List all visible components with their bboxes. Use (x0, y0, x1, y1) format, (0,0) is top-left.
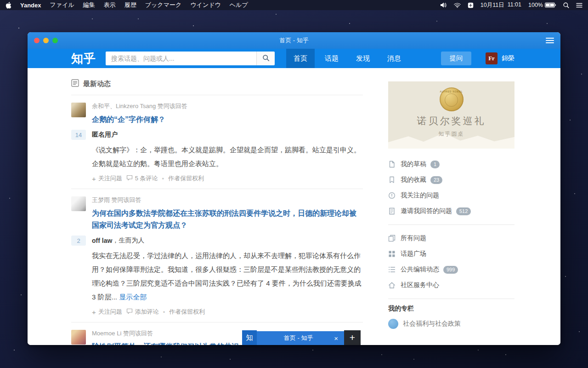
sidebar-item-topic-square[interactable]: 话题广场 (388, 246, 514, 262)
tab-favicon[interactable]: 知 (242, 330, 257, 345)
wifi-icon[interactable] (454, 3, 461, 8)
nav-home[interactable]: 首页 (286, 49, 315, 68)
menubar-menu-history[interactable]: 履歴 (124, 1, 136, 9)
all-questions-icon (388, 235, 396, 242)
menubar-menu-view[interactable]: 表示 (104, 1, 116, 9)
site-header: 知乎 首页 话题 发现 消息 提问 Fr 錦榮 (28, 49, 560, 68)
dot-separator: • (163, 309, 165, 316)
search-box (106, 52, 275, 65)
menubar-menu-window[interactable]: ウインドウ (190, 1, 221, 9)
nav-topics[interactable]: 话题 (317, 49, 346, 68)
menubar-date: 10月11日 (481, 1, 504, 9)
sidebar-item-public-edits[interactable]: 公共编辑动态 999 (388, 262, 514, 277)
feed-item: 余和平、Linkzero Tsang 赞同该回答 企鹅的“企”字作何解？ 14 … (71, 95, 363, 189)
answer-author[interactable]: 匿名用户 (92, 131, 118, 139)
sidebar-divider (388, 299, 514, 299)
upvoter-avatar[interactable] (71, 330, 86, 345)
menubar-clock[interactable]: 10月11日 11:01 (481, 1, 521, 9)
comment-icon (126, 308, 133, 316)
search-icon (262, 54, 270, 63)
author-rights-link[interactable]: 作者保留权利 (169, 308, 205, 316)
window-titlebar[interactable]: 首页 - 知乎 (28, 32, 560, 49)
menubar-app-name[interactable]: Yandex (20, 2, 41, 9)
battery-status[interactable]: 100% (528, 2, 556, 8)
menubar-time: 11:01 (508, 1, 521, 9)
avatar[interactable]: Fr (486, 52, 498, 64)
menubar: Yandex ファイル 編集 表示 履歴 ブックマーク ウインドウ ヘルプ 10… (0, 0, 588, 10)
answer-author[interactable]: off law (92, 237, 112, 244)
vote-count-badge[interactable]: 2 (71, 236, 86, 246)
sidebar-menu-personal: 我的草稿 1 我的收藏 23 我关注的问题 邀请我回答的问题 512 (388, 156, 514, 219)
notification-center-icon[interactable] (576, 3, 582, 8)
feed-item-meta: 余和平、Linkzero Tsang 赞同该回答 (92, 102, 363, 110)
new-tab-button[interactable]: + (344, 330, 361, 345)
close-button[interactable] (34, 38, 40, 43)
dot-separator: • (162, 175, 164, 182)
count-badge: 512 (456, 207, 471, 215)
search-input[interactable] (106, 52, 256, 65)
browser-menu-icon[interactable] (546, 38, 554, 43)
sidebar-item-followed-questions[interactable]: 我关注的问题 (388, 188, 514, 203)
column-avatar (388, 319, 398, 329)
sidebar-item-collections[interactable]: 我的收藏 23 (388, 172, 514, 188)
medal-text: ALFRED NOBEL (440, 90, 464, 93)
question-link[interactable]: 企鹅的“企”字作何解？ (92, 114, 363, 126)
menubar-menu-edit[interactable]: 編集 (83, 1, 95, 9)
answer-excerpt: 我实在无法忍受，学过法律的人，运用法律的人，却从来不去理解，犯罪论体系有什么作用… (92, 249, 363, 304)
browser-window: 首页 - 知乎 知乎 首页 话题 发现 消息 提问 Fr 錦榮 最新动态 (28, 32, 560, 345)
window-title: 首页 - 知乎 (28, 36, 560, 45)
tab-bar: 知 首页 - 知乎 × + (242, 330, 361, 345)
menubar-menu-file[interactable]: ファイル (50, 1, 74, 9)
follow-question-button[interactable]: +关注问题 (92, 308, 122, 316)
comments-button[interactable]: 5 条评论 (126, 174, 158, 183)
answer-author-bio: ，生而为人 (112, 236, 144, 245)
sidebar-item-invited-questions[interactable]: 邀请我回答的问题 512 (388, 203, 514, 219)
feed-item: 王梦雨 赞同该回答 为何在国内多数法学院都还在主张苏联的刑法四要件学说之时，日德… (71, 189, 363, 322)
menubar-menu-help[interactable]: ヘルプ (230, 1, 248, 9)
nav-messages[interactable]: 消息 (380, 49, 408, 68)
sidebar-item-all-questions[interactable]: 所有问题 (388, 230, 514, 246)
question-link[interactable]: 为何在国内多数法学院都还在主张苏联的刑法四要件学说之时，日德的新理论却被国家司法… (92, 207, 363, 231)
nobel-medal-icon: ALFRED NOBEL (440, 87, 464, 111)
count-badge: 23 (430, 176, 442, 184)
invite-icon (388, 207, 396, 215)
banner-title: 诺贝尔奖巡礼 (388, 115, 514, 127)
minimize-button[interactable] (43, 38, 49, 43)
sidebar-menu-community: 所有问题 话题广场 公共编辑动态 999 社区服务中心 (388, 230, 514, 293)
tab-title: 首页 - 知乎 (265, 334, 332, 342)
input-menu-icon[interactable] (468, 2, 474, 8)
author-rights-link[interactable]: 作者保留权利 (168, 174, 204, 183)
user-menu[interactable]: Fr 錦榮 (486, 52, 514, 64)
home-icon (388, 282, 396, 289)
upvoter-avatar[interactable] (71, 103, 86, 117)
show-all-link[interactable]: 显示全部 (119, 293, 147, 301)
zhihu-logo[interactable]: 知乎 (71, 51, 96, 67)
battery-percent: 100% (528, 2, 543, 8)
count-badge: 1 (430, 161, 440, 168)
ask-question-button[interactable]: 提问 (441, 52, 471, 65)
follow-question-button[interactable]: +关注问题 (92, 174, 122, 183)
spotlight-icon[interactable] (563, 2, 569, 8)
vote-count-badge[interactable]: 14 (71, 130, 86, 140)
volume-icon[interactable] (440, 2, 447, 8)
feed-section-title: 最新动态 (83, 80, 111, 88)
search-button[interactable] (256, 52, 275, 65)
add-comment-button[interactable]: 添加评论 (126, 308, 159, 316)
column-item[interactable]: 社会福利与社会政策 (388, 319, 514, 329)
upvoter-avatar[interactable] (71, 196, 86, 211)
tab-close-icon[interactable]: × (332, 334, 340, 342)
zoom-button[interactable] (52, 38, 58, 43)
nav-discover[interactable]: 发现 (349, 49, 377, 68)
followed-question-icon (388, 192, 396, 199)
sidebar-item-community-service[interactable]: 社区服务中心 (388, 277, 514, 293)
sidebar-item-drafts[interactable]: 我的草稿 1 (388, 156, 514, 172)
promo-banner[interactable]: ALFRED NOBEL 诺贝尔奖巡礼 知乎圆桌 (388, 81, 514, 149)
plus-icon: + (92, 175, 96, 182)
column-item-label: 社会福利与社会政策 (403, 320, 461, 328)
count-badge: 999 (443, 266, 458, 274)
apple-icon[interactable] (6, 2, 11, 9)
menubar-menu-bookmarks[interactable]: ブックマーク (145, 1, 182, 9)
tab-home-zhihu[interactable]: 首页 - 知乎 × (257, 330, 344, 345)
bookmark-icon (388, 176, 396, 184)
page-content: 最新动态 余和平、Linkzero Tsang 赞同该回答 企鹅的“企”字作何解… (28, 68, 560, 345)
